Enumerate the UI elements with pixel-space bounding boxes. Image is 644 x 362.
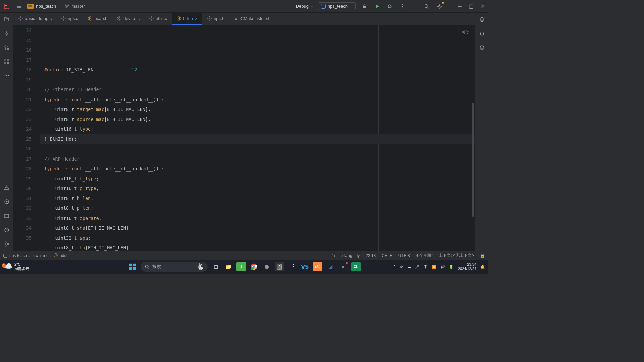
app-icon[interactable]: x64 [313,262,322,272]
services-tool-icon[interactable] [3,198,11,206]
editor-tab[interactable]: Ⓒdevice.c [112,13,144,25]
editor-tab[interactable]: Ⓗnps.h [202,13,229,25]
run-button[interactable] [373,2,381,10]
editor-tab[interactable]: Ⓗhdr.h× [172,13,202,25]
clang-tidy-label[interactable]: .clang-tidy [341,253,360,258]
close-tab-icon[interactable]: × [195,16,198,21]
line-number[interactable]: 19 [13,75,32,85]
notifications-tool-icon[interactable] [478,15,486,23]
code-line[interactable] [40,144,475,154]
terminal-tool-icon[interactable] [3,212,11,220]
event-log-icon[interactable] [3,226,11,234]
close-button[interactable]: ✕ [479,3,486,9]
line-number[interactable]: 25 [13,134,32,144]
cursor-position[interactable]: 22:13 [366,253,376,258]
debug-button[interactable] [386,2,394,10]
editor-tab[interactable]: Ⓒbasic_dump.c [13,13,56,25]
commit-tool-icon[interactable] [3,29,11,38]
editor-close-label[interactable]: 关闭 [462,27,470,38]
line-separator[interactable]: CRLF [382,253,392,258]
line-number[interactable]: 16 [13,45,32,55]
code-line[interactable]: uint8_t p_len; [40,203,475,214]
line-number[interactable]: 27 [13,154,32,164]
code-line[interactable]: // ARP Header [40,154,475,164]
code-line[interactable]: typedef struct __attribute__((__packed__… [40,164,475,174]
line-number[interactable]: 14 [13,25,32,36]
mic-icon[interactable]: 🎤 [415,265,420,269]
ime-indicator[interactable]: 中 [424,264,428,270]
code-line[interactable]: #define IP_STR_LEN 12 [40,65,475,75]
start-button[interactable] [128,262,137,272]
weather-widget[interactable]: ☁️ 1 2°C 局部多云 [3,262,29,271]
breadcrumb-item[interactable]: hdr.h [60,253,69,258]
line-number[interactable]: 22 [13,105,32,115]
code-line[interactable]: uint8_t sha[ETH_II_MAC_LEN]; [40,223,475,233]
line-number[interactable]: 28 [13,164,32,174]
folder-icon[interactable]: 🗀 [331,253,335,258]
vcs-tool-icon[interactable] [3,240,11,248]
structure-tool-icon[interactable] [3,58,11,66]
code-line[interactable]: // Ethernet II Header [40,85,475,95]
code-line[interactable]: uint16_t p_type; [40,184,475,194]
project-selector[interactable]: NT nps_teach ⌄ [27,4,61,9]
database-tool-icon[interactable] [478,44,486,52]
code-line[interactable]: uint32_t spa; [40,233,475,243]
line-number[interactable]: 24 [13,124,32,134]
line-number[interactable]: 18 [13,65,32,75]
app-icon[interactable]: ⬢ [262,262,271,272]
editor-tab[interactable]: ▲CMakeLists.txt [229,13,274,25]
breadcrumb-item[interactable]: inc [43,253,48,258]
build-button[interactable] [360,2,368,10]
more-tools-icon[interactable] [3,72,11,80]
debug-config-selector[interactable]: Debug ⌄ [296,4,313,9]
code-line[interactable] [40,75,475,85]
line-number[interactable]: 15 [13,36,32,46]
code-line[interactable]: uint8_t target_mac[ETH_II_MAC_LEN]; [40,105,475,115]
maximize-button[interactable]: ▢ [468,3,474,9]
clion-icon[interactable]: CL [351,262,361,272]
lock-icon[interactable]: 🔒 [480,253,485,258]
line-number[interactable]: 29 [13,174,32,184]
code-line[interactable]: uint16_t operate; [40,214,475,224]
code-content[interactable]: #define IP_STR_LEN 12// Ethernet II Head… [40,25,475,251]
chrome-icon[interactable] [249,262,259,272]
vscode-icon[interactable]: 𝗩𝗦 [300,262,310,272]
minimize-button[interactable]: ─ [456,3,463,9]
app-icon[interactable]: 📓 [275,262,284,272]
file-encoding[interactable]: UTF-8 [398,253,410,258]
app-icon[interactable]: ♪ [236,262,246,272]
problems-tool-icon[interactable] [3,184,11,192]
tray-expand-icon[interactable]: ⌃ [393,265,396,269]
context-label[interactable]: 上下文: <无上下文> [439,253,474,258]
line-number[interactable]: 30 [13,184,32,194]
more-actions-icon[interactable] [398,2,407,10]
wifi-icon[interactable]: 📶 [432,265,436,269]
line-gutter[interactable]: 1415161718192021222324252627282930313233… [13,25,40,251]
sync-icon[interactable]: ⟳ [400,265,403,269]
code-line[interactable]: uint16_t h_type; [40,174,475,184]
editor-tab[interactable]: Ⓒethii.c [144,13,172,25]
app-icon[interactable]: 🛡 [287,262,297,272]
line-number[interactable]: 21 [13,95,32,105]
breadcrumb-item[interactable]: nps-teach [9,253,27,258]
editor-tab[interactable]: Ⓗpcap.h [83,13,112,25]
breadcrumb-item[interactable]: src [33,253,38,258]
onedrive-icon[interactable]: ☁ [407,265,411,269]
code-line[interactable]: } EthII_Hdr; [40,134,475,144]
code-line[interactable]: typedef struct __attribute__((__packed__… [40,95,475,105]
run-config-selector[interactable]: nps_teach ⌄ [318,2,356,10]
line-number[interactable]: 26 [13,144,32,154]
code-line[interactable]: uint8_t source_mac[ETH_II_MAC_LEN]; [40,115,475,125]
clock[interactable]: 23:34 2024/12/24 [458,262,476,271]
pull-requests-icon[interactable] [3,44,11,52]
main-menu-icon[interactable] [15,2,23,10]
indent-setting[interactable]: 4 个空格* [416,253,433,258]
ai-assistant-icon[interactable] [478,29,486,38]
search-everywhere-icon[interactable] [423,2,431,10]
line-number[interactable]: 33 [13,214,32,224]
app-logo-icon[interactable] [3,2,11,10]
vertical-scrollbar[interactable] [472,103,474,217]
settings-icon[interactable] [435,2,443,10]
explorer-icon[interactable]: 📁 [224,262,233,272]
notifications-icon[interactable]: 🔔 [480,265,485,269]
